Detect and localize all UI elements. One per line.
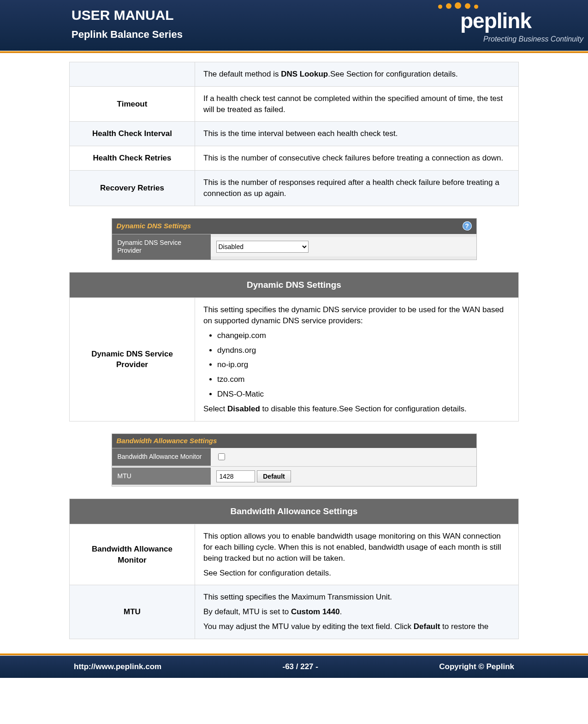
table-row: Recovery Retries This is the number of r… (70, 170, 519, 206)
mtu-default-button[interactable]: Default (257, 470, 291, 482)
header-subtitle: Peplink Balance Series (71, 29, 183, 41)
row-label: Recovery Retries (70, 170, 195, 206)
row-desc: If a health check test cannot be complet… (195, 86, 519, 122)
footer-url: http://www.peplink.com (74, 662, 161, 671)
brand-name: peplink (408, 8, 583, 33)
panel-titlebar: Dynamic DNS Settings ? (112, 219, 476, 234)
row-label: Health Check Interval (70, 122, 195, 146)
health-check-table: The default method is DNS Lookup.See Sec… (69, 62, 519, 206)
row-desc: The default method is DNS Lookup.See Sec… (195, 62, 519, 87)
text: You may adjust the MTU value by editing … (203, 622, 414, 631)
row-label: MTU (112, 468, 211, 485)
footer-copyright: Copyright © Peplink (439, 662, 514, 671)
row-label: MTU (70, 585, 195, 639)
panel-titlebar: Bandwidth Allowance Settings (112, 434, 476, 448)
footer-page: -63 / 227 - (282, 662, 318, 671)
list-item: no-ip.org (217, 359, 510, 370)
row-desc: This option allows you to enable bandwid… (195, 524, 519, 585)
page-content: The default method is DNS Lookup.See Sec… (0, 53, 588, 653)
list-item: changeip.com (217, 330, 510, 341)
list-item: DNS-O-Matic (217, 389, 510, 400)
inline-bold: Default (414, 622, 440, 631)
table-row: Dynamic DNS Service Provider This settin… (70, 298, 519, 421)
table-row: Timeout If a health check test cannot be… (70, 86, 519, 122)
table-row: The default method is DNS Lookup.See Sec… (70, 62, 519, 87)
inline-bold: DNS Lookup (281, 70, 328, 78)
text: This setting specifies the dynamic DNS s… (203, 304, 510, 326)
row-desc: This setting specifies the Maximum Trans… (195, 585, 519, 639)
text: Select (203, 404, 227, 413)
text: .See Section for configuration details. (328, 70, 458, 78)
table-row: Health Check Retries This is the number … (70, 146, 519, 171)
row-field: Default (211, 467, 476, 486)
text: . (340, 607, 342, 616)
text: By default, MTU is set to (203, 607, 291, 616)
text: By default, MTU is set to Custom 1440. (203, 606, 510, 617)
dynamic-dns-panel: Dynamic DNS Settings ? Dynamic DNS Servi… (112, 218, 477, 260)
table-row: MTU This setting specifies the Maximum T… (70, 585, 519, 639)
row-field: Disabled (211, 237, 476, 256)
bandwidth-table: Bandwidth Allowance Settings Bandwidth A… (69, 498, 519, 639)
row-label: Dynamic DNS Service Provider (70, 298, 195, 421)
text: Select Disabled to disable this feature.… (203, 404, 510, 415)
text: This option allows you to enable bandwid… (203, 531, 510, 564)
text: to restore the (440, 622, 488, 631)
row-desc: This is the number of responses required… (195, 170, 519, 206)
inline-bold: Custom 1440 (291, 607, 340, 616)
text: You may adjust the MTU value by editing … (203, 621, 510, 632)
panel-row: Bandwidth Allowance Monitor (112, 448, 476, 466)
bandwidth-monitor-checkbox[interactable] (218, 453, 225, 460)
dynamic-dns-table: Dynamic DNS Settings Dynamic DNS Service… (69, 272, 519, 421)
mtu-input[interactable] (216, 470, 255, 482)
table-row: Bandwidth Allowance Monitor This option … (70, 524, 519, 585)
row-label: Bandwidth Allowance Monitor (112, 448, 211, 466)
brand-logo: peplink Protecting Business Continuity (408, 0, 588, 51)
row-desc: This is the time interval between each h… (195, 122, 519, 146)
provider-list: changeip.com dyndns.org no-ip.org tzo.co… (217, 330, 510, 400)
row-desc: This setting specifies the dynamic DNS s… (195, 298, 519, 421)
document-footer: http://www.peplink.com -63 / 227 - Copyr… (0, 656, 588, 678)
list-item: dyndns.org (217, 345, 510, 356)
row-label-empty (70, 62, 195, 87)
row-desc: This is the number of consecutive check … (195, 146, 519, 171)
text: to disable this feature.See Section for … (260, 404, 467, 413)
row-label: Timeout (70, 86, 195, 122)
help-icon[interactable]: ? (463, 221, 472, 231)
inline-bold: Disabled (227, 404, 260, 413)
panel-row: MTU Default (112, 466, 476, 486)
panel-row: Dynamic DNS Service Provider Disabled (112, 234, 476, 260)
section-heading-row: Dynamic DNS Settings (70, 272, 519, 298)
header-title: USER MANUAL (71, 7, 174, 23)
section-heading: Bandwidth Allowance Settings (70, 498, 519, 524)
text: This setting specifies the Maximum Trans… (203, 592, 510, 603)
list-item: tzo.com (217, 374, 510, 385)
text: See Section for configuration details. (203, 568, 510, 579)
bandwidth-panel: Bandwidth Allowance Settings Bandwidth A… (112, 433, 477, 487)
brand-tagline: Protecting Business Continuity (483, 35, 583, 43)
table-row: Health Check Interval This is the time i… (70, 122, 519, 146)
document-header: USER MANUAL Peplink Balance Series pepli… (0, 0, 588, 51)
ddns-provider-select[interactable]: Disabled (216, 241, 309, 253)
text: The default method is (203, 70, 281, 78)
panel-title: Dynamic DNS Settings (117, 222, 191, 230)
section-heading-row: Bandwidth Allowance Settings (70, 498, 519, 524)
row-label: Bandwidth Allowance Monitor (70, 524, 195, 585)
row-field (211, 448, 476, 466)
section-heading: Dynamic DNS Settings (70, 272, 519, 298)
row-label: Health Check Retries (70, 146, 195, 171)
row-label: Dynamic DNS Service Provider (112, 234, 211, 260)
panel-title: Bandwidth Allowance Settings (117, 437, 217, 445)
